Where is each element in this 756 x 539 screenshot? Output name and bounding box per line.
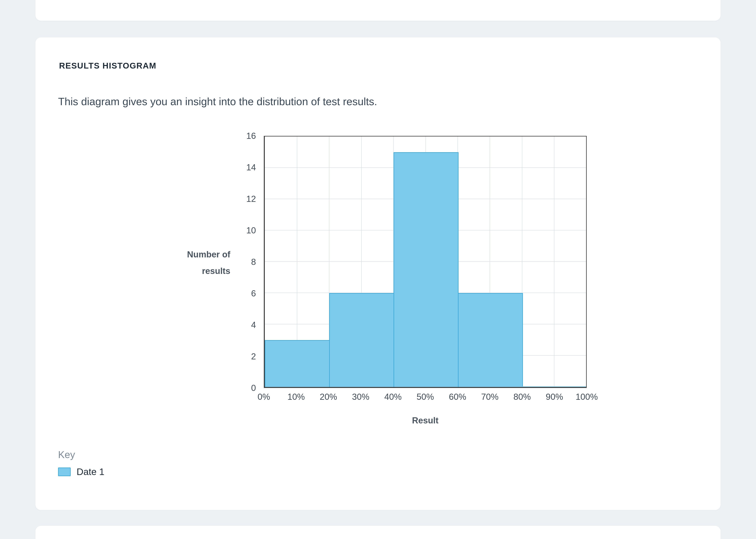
page: RESULTS HISTOGRAM This diagram gives you… <box>0 0 756 539</box>
y-tick: 6 <box>240 288 256 298</box>
card-below <box>35 526 721 539</box>
x-tick: 100% <box>576 392 598 402</box>
bars-container <box>265 136 586 387</box>
y-axis-label: Number of results <box>169 246 230 279</box>
x-tick: 0% <box>257 392 270 402</box>
legend-item: Date 1 <box>58 466 104 477</box>
histogram-bar <box>329 293 394 387</box>
x-tick: 80% <box>514 392 531 402</box>
histogram-bar <box>458 293 523 387</box>
section-title: RESULTS HISTOGRAM <box>59 61 156 70</box>
histogram-bar <box>522 386 586 387</box>
x-tick: 50% <box>417 392 434 402</box>
x-tick: 30% <box>352 392 369 402</box>
y-tick: 16 <box>240 131 256 141</box>
histogram-chart: Number of results 0 2 4 6 8 10 12 14 16 <box>169 136 604 437</box>
histogram-bar <box>265 340 330 387</box>
x-tick: 90% <box>546 392 563 402</box>
y-tick: 2 <box>240 351 256 361</box>
y-tick: 12 <box>240 194 256 204</box>
plot-area <box>264 136 587 388</box>
x-tick: 60% <box>449 392 466 402</box>
legend-title: Key <box>58 449 104 460</box>
histogram-card: RESULTS HISTOGRAM This diagram gives you… <box>35 38 721 510</box>
legend-swatch-icon <box>58 468 71 476</box>
y-tick: 8 <box>240 257 256 267</box>
x-tick: 10% <box>287 392 305 402</box>
legend: Key Date 1 <box>58 449 104 477</box>
y-tick: 10 <box>240 225 256 235</box>
x-axis-label: Result <box>264 416 587 425</box>
y-tick: 4 <box>240 320 256 330</box>
y-tick: 0 <box>240 383 256 393</box>
x-tick: 70% <box>481 392 499 402</box>
x-tick: 40% <box>384 392 402 402</box>
legend-item-label: Date 1 <box>77 466 104 477</box>
section-description: This diagram gives you an insight into t… <box>58 95 377 108</box>
card-above <box>35 0 721 21</box>
histogram-bar <box>393 152 458 387</box>
y-tick: 14 <box>240 163 256 172</box>
x-tick: 20% <box>320 392 337 402</box>
